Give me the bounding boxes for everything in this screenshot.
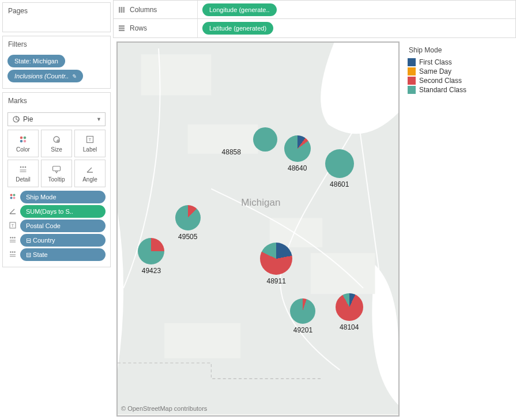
legend-item-3[interactable]: Standard Class (408, 85, 508, 94)
svg-point-28 (14, 251, 15, 252)
pie-mark-48640[interactable] (284, 135, 311, 162)
size-icon (52, 134, 61, 145)
pie-mark-48858[interactable] (253, 127, 277, 152)
svg-rect-32 (121, 7, 123, 13)
rows-pill-latitude[interactable]: Latitude (generated) (202, 22, 273, 35)
svg-point-21 (10, 237, 11, 238)
pie-mark-48601[interactable] (325, 149, 354, 178)
map-viz[interactable]: Michigan 4885848640486014950549423489114… (116, 41, 400, 417)
svg-text:T: T (12, 224, 14, 228)
filters-shelf[interactable]: Filters State: MichiganInclusions (Count… (2, 36, 111, 89)
pages-shelf[interactable]: Pages (2, 2, 111, 32)
mark-row-4[interactable]: ⊟ State (7, 248, 106, 261)
detail-icon (7, 236, 18, 244)
label-icon: T (86, 134, 94, 145)
pie-mark-49423[interactable] (138, 238, 164, 264)
columns-label: Columns (130, 6, 157, 14)
chevron-down-icon: ▼ (96, 116, 101, 122)
legend-item-1[interactable]: Same Day (408, 67, 508, 76)
color-icon (18, 134, 28, 145)
mark-row-1[interactable]: SUM(Days to S.. (7, 205, 106, 218)
state-label: Michigan (241, 197, 280, 209)
map-background (118, 43, 398, 414)
rows-shelf[interactable]: Rows Latitude (generated) (113, 19, 516, 38)
pill-label: ⊟ Country (26, 237, 55, 244)
legend-item-2[interactable]: Second Class (408, 76, 508, 85)
legend-swatch (408, 58, 416, 66)
detail-icon (19, 164, 27, 175)
pill-label: ⊟ State (26, 251, 48, 259)
columns-icon (118, 6, 126, 13)
pencil-icon: ✎ (71, 73, 76, 80)
svg-point-6 (57, 140, 59, 142)
svg-text:T: T (89, 137, 92, 142)
svg-rect-43 (311, 253, 375, 294)
pill-label: Inclusions (Countr.. (14, 73, 69, 80)
mark-row-pill-4[interactable]: ⊟ State (20, 248, 106, 261)
pie-mark-49505[interactable] (175, 205, 201, 230)
marks-color-button[interactable]: Color (7, 130, 39, 157)
svg-rect-35 (119, 28, 125, 29)
pie-mark-48104[interactable] (336, 293, 363, 321)
zip-label-48640: 48640 (288, 164, 307, 172)
columns-pill-longitude[interactable]: Longitude (generate.. (202, 3, 277, 16)
detail-icon (7, 251, 18, 259)
pill-label: Longitude (generate.. (209, 6, 270, 13)
marks-angle-button[interactable]: Angle (74, 160, 106, 187)
marks-detail-button[interactable]: Detail (7, 160, 39, 187)
zip-label-48104: 48104 (340, 323, 359, 331)
color-icon (7, 193, 18, 201)
svg-point-27 (12, 251, 13, 252)
svg-point-16 (13, 194, 16, 196)
mark-row-3[interactable]: ⊟ Country (7, 234, 106, 247)
pill-label: Latitude (generated) (209, 25, 266, 32)
marks-tooltip-button[interactable]: Tooltip (41, 160, 72, 187)
zip-label-49505: 49505 (178, 233, 197, 241)
legend-title: Ship Mode (408, 44, 508, 58)
columns-shelf[interactable]: Columns Longitude (generate.. (113, 0, 516, 19)
rows-icon (118, 25, 126, 32)
svg-rect-39 (141, 54, 212, 95)
mark-row-2[interactable]: TPostal Code (7, 220, 106, 232)
pages-title: Pages (3, 3, 110, 19)
mark-row-pill-1[interactable]: SUM(Days to S.. (20, 205, 106, 218)
svg-rect-14 (53, 167, 61, 171)
pie-icon (12, 116, 21, 123)
pie-mark-48911[interactable] (260, 243, 292, 275)
svg-point-18 (13, 197, 16, 199)
svg-point-17 (10, 197, 13, 199)
marks-size-button[interactable]: Size (41, 130, 72, 157)
marks-tooltip-label: Tooltip (48, 176, 65, 183)
zip-label-49423: 49423 (142, 267, 161, 275)
marks-title: Marks (3, 93, 110, 109)
pill-label: State: Michigan (14, 58, 58, 65)
filter-pill-1[interactable]: Inclusions (Countr..✎ (7, 70, 83, 82)
marks-angle-label: Angle (82, 176, 97, 183)
legend-item-0[interactable]: First Class (408, 58, 508, 67)
pie-mark-49201[interactable] (290, 298, 315, 324)
mark-row-0[interactable]: Ship Mode (7, 191, 106, 203)
legend-card[interactable]: Ship Mode First ClassSame DaySecond Clas… (403, 41, 513, 417)
legend-label: First Class (419, 58, 452, 66)
mark-row-pill-3[interactable]: ⊟ Country (20, 234, 106, 247)
tooltip-icon (52, 164, 61, 175)
mark-row-pill-0[interactable]: Ship Mode (20, 191, 106, 203)
pill-label: Ship Mode (26, 194, 57, 200)
zip-label-48858: 48858 (222, 148, 241, 156)
svg-point-15 (10, 194, 13, 196)
svg-rect-42 (164, 323, 240, 358)
mark-row-pill-2[interactable]: Postal Code (20, 220, 106, 232)
marks-label-label: Label (83, 146, 97, 153)
mark-type-select[interactable]: Pie ▼ (7, 112, 106, 126)
pill-label: Postal Code (26, 222, 61, 229)
label-icon: T (7, 222, 18, 230)
angle-icon (7, 207, 18, 215)
marks-color-label: Color (16, 146, 30, 153)
filter-pill-0[interactable]: State: Michigan (7, 55, 65, 67)
marks-label-button[interactable]: T Label (74, 130, 106, 157)
zip-label-48601: 48601 (330, 180, 349, 188)
svg-point-23 (14, 237, 15, 238)
legend-swatch (408, 77, 416, 85)
svg-point-4 (24, 140, 27, 143)
legend-label: Same Day (419, 67, 451, 75)
